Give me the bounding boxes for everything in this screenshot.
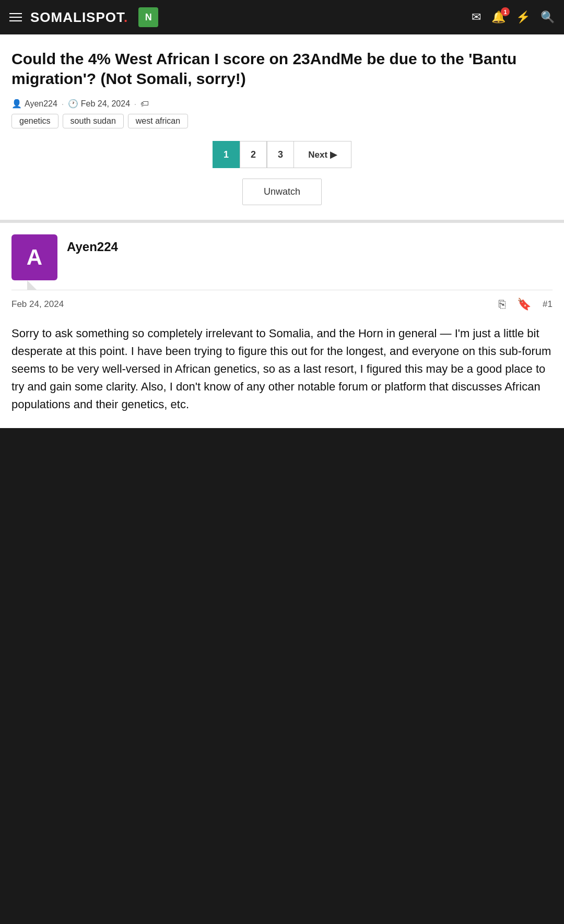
post-section: A Ayen224 Feb 24, 2024 ⎘ 🔖 #1 Sorry to a… [11, 223, 553, 428]
main-content: Could the 4% West African I score on 23A… [0, 34, 564, 428]
notification-badge: 1 [501, 7, 510, 16]
tag-icon: 🏷 [140, 99, 149, 109]
page-1-button[interactable]: 1 [213, 141, 240, 168]
author-meta: 👤 Ayen224 [11, 99, 57, 109]
tag-south-sudan[interactable]: south sudan [63, 114, 124, 128]
mail-icon[interactable]: ✉ [472, 10, 481, 24]
next-page-button[interactable]: Next ▶ [294, 141, 351, 168]
user-avatar-n[interactable]: N [138, 7, 158, 27]
page-3-button[interactable]: 3 [267, 141, 294, 168]
post-author-header: A Ayen224 [11, 234, 553, 280]
site-logo: SOMALISPOT. [30, 9, 128, 26]
site-header: SOMALISPOT. N ✉ 🔔 1 ⚡ 🔍 [0, 0, 564, 34]
unwatch-button[interactable]: Unwatch [242, 179, 322, 205]
avatar-letter: A [27, 245, 42, 270]
notifications-icon[interactable]: 🔔 1 [491, 10, 506, 24]
post-meta-bar: Feb 24, 2024 ⎘ 🔖 #1 [11, 290, 553, 315]
thread-title: Could the 4% West African I score on 23A… [11, 49, 553, 88]
tags-row: genetics south sudan west african [11, 114, 553, 128]
header-icons: ✉ 🔔 1 ⚡ 🔍 [472, 10, 555, 24]
author-name[interactable]: Ayen224 [25, 99, 57, 109]
search-icon[interactable]: 🔍 [540, 10, 555, 24]
bookmark-icon[interactable]: 🔖 [517, 298, 531, 311]
avatar-letter: N [145, 12, 152, 23]
post-number: #1 [543, 299, 553, 310]
post-body: Sorry to ask something so completely irr… [11, 315, 553, 428]
meta-separator-1: · [62, 100, 64, 108]
post-date: Feb 24, 2024 [11, 299, 64, 310]
menu-button[interactable] [9, 13, 22, 21]
user-icon: 👤 [11, 99, 22, 109]
tag-west-african[interactable]: west african [128, 114, 188, 128]
post-author-name[interactable]: Ayen224 [67, 234, 118, 254]
clock-icon: 🕐 [68, 99, 78, 109]
page-2-button[interactable]: 2 [240, 141, 267, 168]
logo-dot: . [124, 9, 128, 25]
tag-genetics[interactable]: genetics [11, 114, 58, 128]
pagination: 1 2 3 Next ▶ [11, 141, 553, 168]
meta-separator-2: · [134, 100, 136, 108]
unwatch-row: Unwatch [11, 179, 553, 205]
thread-meta: 👤 Ayen224 · 🕐 Feb 24, 2024 · 🏷 [11, 99, 553, 109]
date-meta: 🕐 Feb 24, 2024 [68, 99, 130, 109]
thread-date: Feb 24, 2024 [81, 99, 130, 109]
post-actions: ⎘ 🔖 #1 [499, 298, 553, 311]
post-author-avatar[interactable]: A [11, 234, 57, 280]
share-icon[interactable]: ⎘ [499, 298, 506, 311]
lightning-icon[interactable]: ⚡ [516, 10, 530, 24]
logo-text: SOMALISPOT [30, 9, 124, 25]
bubble-tail [27, 280, 37, 290]
